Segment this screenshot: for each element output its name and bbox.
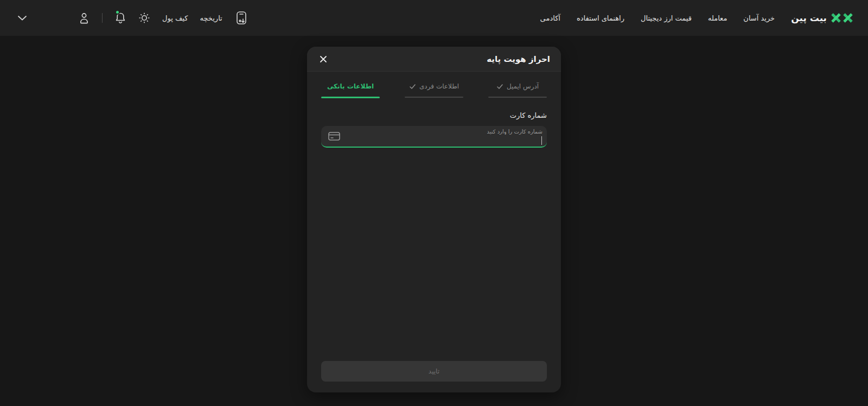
brand-name: بیت پین — [791, 12, 827, 23]
nav-link-academy[interactable]: آکادمی — [540, 14, 560, 22]
phone-download-icon — [234, 10, 248, 26]
person-icon — [78, 11, 90, 24]
modal-close-button[interactable] — [318, 54, 329, 65]
top-navbar: بیت پین خرید آسان معامله قیمت ارز دیجیتا… — [0, 0, 868, 36]
tab-bank-label: اطلاعات بانکی — [327, 83, 374, 90]
card-number-input[interactable] — [391, 128, 542, 135]
check-icon — [496, 83, 503, 90]
nav-link-crypto-prices[interactable]: قیمت ارز دیجیتال — [641, 14, 692, 22]
navbar-divider — [102, 13, 103, 23]
tab-underline — [488, 97, 547, 98]
credit-card-icon — [328, 131, 341, 142]
tab-email-label: آدرس ایمیل — [507, 83, 539, 90]
profile-button[interactable] — [78, 11, 90, 24]
chevron-down-icon — [16, 14, 28, 22]
navbar-left-group: تاریخچه کیف پول — [16, 10, 248, 26]
navbar-right-group: بیت پین خرید آسان معامله قیمت ارز دیجیتا… — [540, 12, 853, 23]
kyc-step-tabs: آدرس ایمیل اطلاعات فردی — [321, 79, 547, 98]
nav-link-wallet[interactable]: کیف پول — [162, 14, 188, 22]
nav-link-trade[interactable]: معامله — [708, 14, 727, 22]
tab-bank-info[interactable]: اطلاعات بانکی — [321, 79, 380, 98]
nav-link-easy-buy[interactable]: خرید آسان — [743, 14, 775, 22]
submit-button[interactable]: تایید — [321, 361, 547, 382]
brand-logo[interactable]: بیت پین — [791, 12, 853, 23]
tab-personal-info[interactable]: اطلاعات فردی — [405, 79, 463, 98]
close-icon — [319, 55, 328, 64]
notification-badge-dot — [115, 10, 120, 15]
bitpin-logo-icon — [831, 12, 853, 23]
modal-header: احراز هویت پایه — [307, 47, 561, 72]
card-number-label: شماره کارت — [321, 111, 547, 119]
tab-underline — [405, 97, 463, 98]
modal-title: احراز هویت پایه — [487, 54, 550, 64]
tab-personal-label: اطلاعات فردی — [419, 83, 459, 90]
nav-link-history[interactable]: تاریخچه — [200, 14, 222, 22]
kyc-modal: احراز هویت پایه آدرس ایمیل — [307, 47, 561, 392]
theme-toggle-button[interactable] — [138, 12, 150, 24]
check-icon — [409, 83, 416, 90]
sun-icon — [138, 12, 150, 24]
notifications-button[interactable] — [114, 11, 126, 24]
page-overlay: احراز هویت پایه آدرس ایمیل — [0, 36, 868, 406]
modal-body: آدرس ایمیل اطلاعات فردی — [307, 72, 561, 361]
card-number-field[interactable] — [321, 126, 547, 148]
collapse-navbar-button[interactable] — [16, 14, 28, 22]
tab-email-address[interactable]: آدرس ایمیل — [488, 79, 547, 98]
tab-underline-active — [321, 97, 380, 98]
nav-link-user-guide[interactable]: راهنمای استفاده — [577, 14, 624, 22]
app-deposit-button[interactable] — [234, 10, 248, 26]
nav-links: خرید آسان معامله قیمت ارز دیجیتال راهنما… — [540, 14, 775, 22]
modal-footer: تایید — [307, 361, 561, 392]
text-caret — [541, 136, 542, 145]
